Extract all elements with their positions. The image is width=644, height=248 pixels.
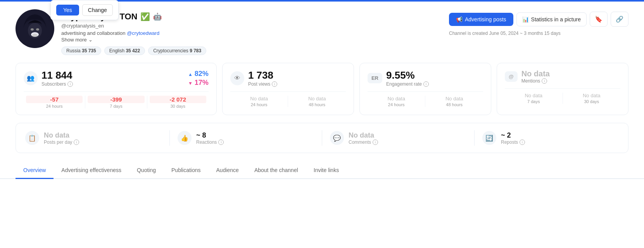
mentions-7d-label: 7 days (507, 99, 560, 104)
mentions-30d-value: No data (565, 93, 618, 98)
comments-label: Comments i (349, 140, 378, 145)
comments-icon: 💬 (330, 131, 344, 145)
yes-button[interactable]: Yes (56, 5, 79, 16)
reposts-info: ~ 2 Reposts i (501, 131, 525, 145)
mentions-sub-row: No data 7 days No data 30 days (505, 88, 620, 104)
nav-tabs: Overview Advertising effectiveness Quoti… (0, 162, 644, 179)
reactions-info-icon[interactable]: i (218, 140, 224, 145)
link-icon: 🔗 (616, 16, 623, 23)
post-views-24h-label: 24 hours (233, 102, 286, 107)
mentions-30d: No data 30 days (563, 93, 621, 104)
tab-about-channel[interactable]: About the channel (247, 162, 306, 179)
er-badge: ER (368, 73, 382, 83)
er-48h-value: No data (428, 96, 481, 102)
at-badge: @ (505, 71, 518, 82)
tab-advertising-effectiveness[interactable]: Advertising effectiveness (54, 162, 129, 179)
statistics-picture-button[interactable]: 📊 Statistics in a picture (516, 12, 587, 26)
reactions-item: 👍 ~ 8 Reactions i (178, 131, 314, 145)
bot-icon: 🤖 (153, 12, 162, 21)
post-views-24h-value: No data (233, 96, 286, 102)
advertising-icon: 📢 (456, 16, 463, 22)
er-48h: No data 48 hours (425, 96, 483, 107)
subscribers-7d-value: -399 (88, 96, 144, 103)
subscribers-info-icon[interactable]: i (67, 81, 73, 87)
link-button[interactable]: 🔗 (611, 12, 628, 27)
male-percentage: ▲ 82% (188, 70, 209, 78)
engagement-rate-value-group: 9.55% Engagement rate i (386, 69, 429, 87)
confirm-popup: Yes Change (50, 0, 119, 20)
reactions-icon: 👍 (178, 131, 192, 145)
bookmark-icon: 🔖 (595, 16, 603, 23)
post-views-header: 👁 1 738 Post views i (230, 69, 346, 87)
subscribers-24h-label: 24 hours (26, 104, 83, 108)
posts-per-day-label: Posts per day i (44, 140, 79, 145)
mentions-value-group: No data Mentions i (521, 69, 550, 84)
change-button[interactable]: Change (82, 4, 113, 16)
comments-info-icon[interactable]: i (373, 140, 378, 145)
posts-per-day-info-icon[interactable]: i (74, 140, 79, 145)
tag-russia[interactable]: Russia 35 735 (61, 46, 101, 55)
divider-2 (322, 130, 322, 146)
subscribers-header: 👥 11 844 Subscribers i ▲ 82% ▼ 17% (24, 69, 209, 87)
engagement-rate-info-icon[interactable]: i (423, 81, 429, 87)
mentions-value: No data (521, 69, 550, 78)
mentions-info-icon[interactable]: i (542, 78, 547, 84)
verified-icon: ✅ (140, 12, 150, 21)
reactions-label: Reactions i (196, 140, 224, 145)
tab-quoting[interactable]: Quoting (129, 162, 164, 179)
engagement-rate-header: ER 9.55% Engagement rate i (368, 69, 483, 87)
er-24h-label: 24 hours (370, 102, 423, 107)
reposts-info-icon[interactable]: i (520, 140, 525, 145)
tags-row: Russia 35 735 English 35 422 Cryptocurre… (61, 46, 206, 55)
header-buttons: 📢 Advertising posts 📊 Statistics in a pi… (449, 12, 628, 27)
subscribers-30d-value: -2 072 (150, 96, 206, 103)
bookmark-button[interactable]: 🔖 (590, 12, 608, 27)
comments-value: No data (349, 131, 378, 140)
post-views-value-group: 1 738 Post views i (248, 69, 277, 87)
post-views-info-icon[interactable]: i (272, 81, 277, 87)
post-views-48h-value: No data (290, 96, 344, 102)
svg-point-2 (31, 28, 34, 31)
post-views-sub-row: No data 24 hours No data 48 hours (230, 91, 346, 107)
er-48h-label: 48 hours (428, 102, 481, 107)
reposts-item: 🔄 ~ 2 Reposts i (482, 131, 619, 145)
subscribers-30d: -2 072 30 days (147, 96, 209, 108)
comments-item: 💬 No data Comments i (330, 131, 466, 145)
subscribers-sub-row: -57 24 hours -399 7 days -2 072 30 days (24, 91, 209, 108)
post-views-card: 👁 1 738 Post views i No data 24 hours No… (222, 63, 354, 115)
engagement-rate-label: Engagement rate i (386, 81, 429, 87)
subscribers-label: Subscribers i (41, 81, 73, 87)
channel-avatar (16, 9, 54, 48)
reposts-value: ~ 2 (501, 131, 525, 140)
reposts-icon: 🔄 (482, 131, 496, 145)
mentions-label: Mentions i (521, 78, 550, 84)
advertising-posts-button[interactable]: 📢 Advertising posts (449, 13, 513, 26)
show-more[interactable]: Show more ⌄ (61, 37, 206, 43)
subscribers-24h-value: -57 (26, 96, 83, 103)
divider-3 (474, 130, 475, 146)
subscribers-icon: 👥 (24, 71, 38, 85)
posts-per-day-info: No data Posts per day i (44, 131, 79, 145)
tab-publications[interactable]: Publications (164, 162, 209, 179)
engagement-rate-value: 9.55% (386, 69, 429, 81)
tab-invite-links[interactable]: Invite links (306, 162, 347, 179)
statistics-icon: 📊 (522, 16, 529, 22)
tag-english[interactable]: English 35 422 (104, 46, 145, 55)
subscribers-7d-label: 7 days (88, 104, 144, 108)
reposts-label: Reposts i (501, 140, 525, 145)
subscribers-card: 👥 11 844 Subscribers i ▲ 82% ▼ 17% (16, 63, 217, 115)
channel-link[interactable]: @crytoedward (127, 30, 159, 36)
channel-handle: @cryptanalysis_en (61, 23, 206, 29)
post-views-24h: No data 24 hours (230, 96, 288, 107)
tab-audience[interactable]: Audience (209, 162, 247, 179)
header-actions: 📢 Advertising posts 📊 Statistics in a pi… (449, 9, 628, 36)
stats-section: 👥 11 844 Subscribers i ▲ 82% ▼ 17% (0, 55, 644, 123)
channel-desc: advertising and collaboration @crytoedwa… (61, 30, 206, 36)
reactions-info: ~ 8 Reactions i (196, 131, 224, 145)
svg-point-5 (32, 34, 38, 37)
post-views-label: Post views i (248, 81, 277, 87)
tab-overview[interactable]: Overview (16, 162, 54, 179)
mentions-7d: No data 7 days (505, 93, 563, 104)
channel-created: Channel is created June 05, 2024 ~ 3 mon… (449, 31, 561, 36)
tag-cryptocurrencies[interactable]: Cryptocurrencies 9 783 (148, 46, 206, 55)
